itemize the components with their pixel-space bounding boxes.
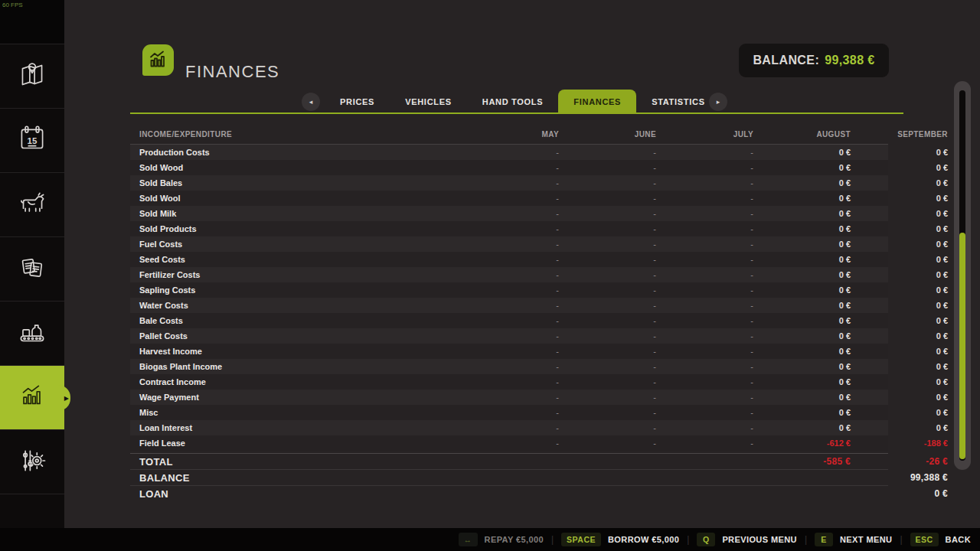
key-badge-e: E <box>815 533 833 546</box>
table-row-contract-income: Contract Income---0 €0 € <box>130 374 888 390</box>
table-row-harvest-income: Harvest Income---0 €0 € <box>130 344 888 359</box>
row-value: - <box>559 347 656 356</box>
row-value: 0 € <box>851 163 948 172</box>
tab-vehicles[interactable]: VEHICLES <box>390 90 467 114</box>
summary-row-balance: BALANCE99,388 € <box>130 470 888 486</box>
table-row-sapling-costs: Sapling Costs---0 €0 € <box>130 282 888 298</box>
row-value: - <box>656 285 753 295</box>
table-row-sold-products: Sold Products---0 €0 € <box>130 221 888 236</box>
row-value: - <box>462 408 559 417</box>
row-label: Field Lease <box>130 439 462 448</box>
row-value: - <box>559 148 656 157</box>
tab-statistics[interactable]: STATISTICS <box>636 90 720 114</box>
key-hint-next-menu[interactable]: ENEXT MENU <box>815 533 892 546</box>
settings-icon <box>15 443 50 481</box>
finances-page-icon <box>142 44 174 76</box>
sidebar: 15 <box>0 0 64 528</box>
row-value: 0 € <box>851 255 948 264</box>
row-value: - <box>462 423 559 432</box>
row-label: Loan Interest <box>130 423 462 432</box>
row-value: - <box>462 316 559 325</box>
tab-hand-tools[interactable]: HAND TOOLS <box>467 90 559 114</box>
row-value: - <box>462 347 559 356</box>
row-value: - <box>656 408 753 417</box>
row-value: 0 € <box>753 148 851 157</box>
table-row-bale-costs: Bale Costs---0 €0 € <box>130 313 888 328</box>
key-hint-repay-5-000[interactable]: ↔REPAY €5,000 <box>459 533 544 546</box>
key-hint-bar: ↔REPAY €5,000|SPACEBORROW €5,000|QPREVIO… <box>0 528 980 551</box>
row-label: Fertilizer Costs <box>130 270 462 279</box>
row-value: 0 € <box>753 347 851 356</box>
row-value: - <box>462 285 559 295</box>
sidebar-item-finances[interactable]: ▶ <box>0 366 64 430</box>
row-value: 0 € <box>851 408 948 417</box>
row-value: 0 € <box>851 331 948 341</box>
column-header-august: AUGUST <box>753 130 851 139</box>
row-value: - <box>656 362 753 371</box>
row-value: 0 € <box>753 194 851 203</box>
key-hint-label: REPAY €5,000 <box>485 535 544 544</box>
row-value: - <box>559 362 656 371</box>
sidebar-item-contracts[interactable] <box>0 237 64 302</box>
row-value: 0 € <box>851 347 948 356</box>
row-value: 0 € <box>753 255 851 264</box>
tab-prices[interactable]: PRICES <box>325 90 390 114</box>
row-value: - <box>462 362 559 371</box>
scrollbar-thumb[interactable] <box>959 233 965 459</box>
row-value: 0 € <box>753 377 851 386</box>
tabs-next-button[interactable]: ▸ <box>709 93 727 111</box>
summary-label: LOAN <box>130 488 462 500</box>
row-label: Sold Products <box>130 224 462 233</box>
calendar-icon: 15 <box>15 122 50 160</box>
row-value: - <box>462 377 559 386</box>
row-label: Sapling Costs <box>130 285 462 295</box>
row-value: - <box>656 178 753 187</box>
row-label: Sold Bales <box>130 178 462 187</box>
row-value: 0 € <box>851 301 948 310</box>
key-hint-back[interactable]: ESCBACK <box>910 533 971 546</box>
sidebar-item-animals[interactable] <box>0 173 64 237</box>
row-value: - <box>559 224 656 233</box>
tab-finances[interactable]: FINANCES <box>558 90 636 114</box>
cow-icon <box>15 186 50 224</box>
row-value: -188 € <box>851 439 948 448</box>
row-value: 0 € <box>753 408 851 417</box>
summary-label: TOTAL <box>130 456 462 468</box>
row-value: - <box>656 163 753 172</box>
key-hint-separator: | <box>551 534 554 545</box>
row-label: Contract Income <box>130 377 462 386</box>
scrollbar-track[interactable] <box>959 90 965 461</box>
contracts-icon <box>15 250 50 289</box>
row-value: - <box>656 240 753 249</box>
svg-text:15: 15 <box>28 136 38 145</box>
row-value: 0 € <box>851 316 948 325</box>
row-value: - <box>462 224 559 233</box>
table-body: Production Costs---0 €0 €Sold Wood---0 €… <box>130 145 888 451</box>
sidebar-item-settings[interactable] <box>0 430 64 494</box>
row-value: 0 € <box>753 316 851 325</box>
row-value: - <box>559 209 656 218</box>
sidebar-item-calendar[interactable]: 15 <box>0 109 64 173</box>
sidebar-item-production[interactable] <box>0 302 64 366</box>
row-value: 0 € <box>753 393 851 402</box>
key-hint-separator: | <box>687 534 689 545</box>
row-value: 0 € <box>753 270 851 279</box>
row-value: 0 € <box>753 163 851 172</box>
finances-chart-icon <box>15 379 50 417</box>
balance-value: 99,388 € <box>825 54 874 67</box>
sidebar-item-map[interactable] <box>0 44 64 109</box>
row-value: 0 € <box>753 285 851 295</box>
table-row-field-lease: Field Lease----612 €-188 € <box>130 435 888 451</box>
row-value: - <box>656 224 753 233</box>
row-value: 0 € <box>753 178 851 187</box>
key-hint-borrow-5-000[interactable]: SPACEBORROW €5,000 <box>561 533 679 546</box>
tabs-prev-button[interactable]: ◂ <box>302 93 320 111</box>
repay-key-icon: ↔ <box>459 533 478 546</box>
key-badge-space: SPACE <box>561 533 601 546</box>
key-hint-separator: | <box>900 534 902 545</box>
key-hint-previous-menu[interactable]: QPREVIOUS MENU <box>697 533 797 546</box>
summary-row-loan: LOAN0 € <box>130 486 888 501</box>
balance-label: BALANCE: <box>753 54 819 67</box>
row-value: - <box>559 240 656 249</box>
row-value: 0 € <box>851 224 948 233</box>
